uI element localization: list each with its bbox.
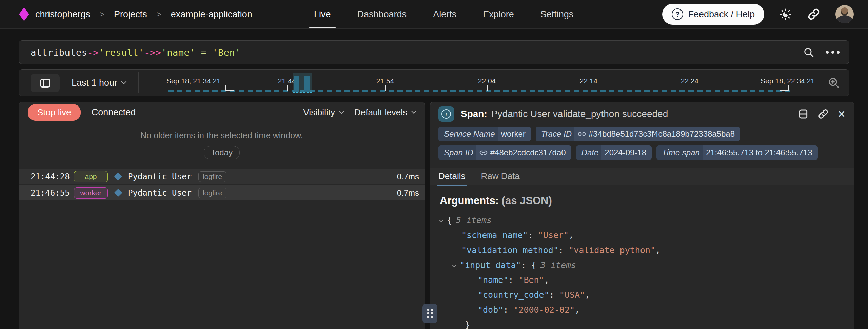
timeline-tick [589,85,589,91]
visibility-dropdown[interactable]: Visibility [303,107,343,118]
share-link-icon[interactable] [807,7,821,21]
json-viewer: {5 items "schema_name": "User", "validat… [440,213,845,329]
tab-explore[interactable]: Explore [481,0,516,28]
chevron-down-icon [411,109,417,114]
meta-time-span: Time span 21:46:55.713 to 21:46:55.713 [656,145,817,160]
query-operator: ->> [144,47,161,58]
timeline-tick [487,85,488,91]
span-metadata: Service Name worker Trace ID #34bd8e51d7… [430,125,854,160]
timeline-activity-line [168,90,790,92]
span-detail-panel: i Span:Pydantic User validate_python suc… [430,102,854,329]
logfire-tag[interactable]: logfire [198,188,226,198]
query-operator: -> [87,47,99,58]
tab-settings[interactable]: Settings [538,0,576,28]
detail-tabs: Details Raw Data [430,168,854,185]
duration-value: 0.7ms [392,172,419,181]
service-badge-app[interactable]: app [74,171,108,182]
timeline-tick-label: 22:04 [478,77,496,85]
log-row[interactable]: 21:46:55 worker Pydantic User logfire 0.… [19,185,425,200]
json-line: "name": "Ben", [440,273,845,288]
meta-date: Date 2024-09-18 [576,145,652,160]
span-title: Pydantic User [128,172,194,181]
duration-value: 0.7ms [392,188,419,198]
default-levels-dropdown[interactable]: Default levels [354,107,416,118]
more-options-icon[interactable] [826,51,840,54]
timeline-axis[interactable]: Sep 18, 21:34:21 21:44 21:54 22:04 22:14… [144,70,834,96]
breadcrumb-separator-icon: > [153,9,165,19]
split-view-icon[interactable] [798,109,809,119]
collapse-chevron-icon[interactable] [439,218,443,222]
timeline-tick [690,85,690,91]
main-nav-tabs: Live Dashboards Alerts Explore Settings [312,0,575,28]
breadcrumb-project-name[interactable]: example-application [171,9,252,20]
query-input-bar[interactable]: attributes->'result'->>'name' = 'Ben' [19,40,849,64]
feedback-help-label: Feedback / Help [688,9,755,20]
meta-service-name: Service Name worker [438,127,531,141]
close-icon[interactable]: × [838,108,845,120]
copy-link-icon[interactable] [817,108,829,120]
question-icon: ? [672,8,683,20]
span-diamond-icon [114,172,122,180]
log-row[interactable]: 21:44:28 app Pydantic User logfire 0.7ms [19,169,425,184]
log-timestamp: 21:46:55 [31,188,71,198]
json-line: "schema_name": "User", [440,228,845,243]
search-icon[interactable] [803,46,814,58]
query-expression[interactable]: attributes->'result'->>'name' = 'Ben' [31,47,803,58]
breadcrumb: christophergs > Projects > example-appli… [19,0,252,28]
timeline-tick-label: 21:54 [376,77,394,85]
user-avatar[interactable] [835,5,854,23]
live-view-panel: Stop live Connected Visibility Default l… [19,102,425,329]
grip-dots-icon [427,309,433,318]
empty-message: No older items in the selected time wind… [19,131,425,140]
detail-header: i Span:Pydantic User validate_python suc… [430,102,854,125]
json-line[interactable]: "input_data": {3 items [440,258,845,273]
arguments-heading: Arguments: (as JSON) [440,195,845,207]
json-line: "validation_method": "validate_python", [440,243,845,258]
info-icon: i [438,106,454,122]
sidebar-toggle-button[interactable] [31,74,60,92]
query-key: 'name' [161,47,195,58]
query-value: 'Ben' [212,47,241,58]
logfire-tag[interactable]: logfire [198,171,226,182]
timeline-selection-window[interactable] [293,73,312,93]
feedback-help-button[interactable]: ? Feedback / Help [662,4,764,25]
timeline-tick [287,85,288,91]
json-line[interactable]: {5 items [440,213,845,228]
link-icon [578,130,586,138]
tab-dashboards[interactable]: Dashboards [355,0,409,28]
timeline-end-label: Sep 18, 22:34:21 [761,77,815,85]
tab-alerts[interactable]: Alerts [431,0,458,28]
json-line: } [440,317,845,329]
timeline-tick-label: 22:24 [681,77,699,85]
json-line: "dob": "2000-02-02", [440,303,845,317]
tab-live[interactable]: Live [312,0,333,28]
tab-raw-data[interactable]: Raw Data [481,167,519,185]
timeline-tick [225,90,234,91]
chevron-down-icon [339,109,344,114]
today-button[interactable]: Today [204,146,240,159]
stop-live-button[interactable]: Stop live [28,104,81,121]
span-diamond-icon [114,189,122,197]
collapse-chevron-icon[interactable] [452,263,456,267]
service-badge-worker[interactable]: worker [74,187,108,199]
timeline-tick [780,90,789,91]
query-field: attributes [31,47,87,58]
meta-trace-id[interactable]: Trace ID #34bd8e51d73c3f4c8a189b72338a5b… [536,127,740,141]
breadcrumb-org[interactable]: christophergs [35,9,90,20]
top-navbar: christophergs > Projects > example-appli… [0,0,868,29]
time-range-dropdown[interactable]: Last 1 hour [72,70,126,96]
span-title: Pydantic User [128,188,194,198]
breadcrumb-projects[interactable]: Projects [114,9,147,20]
tab-details[interactable]: Details [438,167,465,185]
link-icon [479,149,488,157]
panel-resize-handle[interactable] [422,304,437,323]
log-list: 21:44:28 app Pydantic User logfire 0.7ms… [19,169,425,200]
live-panel-header: Stop live Connected Visibility Default l… [19,102,425,123]
chevron-down-icon [121,79,127,84]
logfire-logo-icon[interactable] [19,7,29,21]
time-range-label: Last 1 hour [72,78,117,88]
meta-span-id[interactable]: Span ID #48eb2cdcdc317da0 [438,145,571,160]
timeline-zoom-icon[interactable] [827,70,840,96]
query-key: 'result' [99,47,144,58]
theme-toggle-icon[interactable] [779,8,792,21]
